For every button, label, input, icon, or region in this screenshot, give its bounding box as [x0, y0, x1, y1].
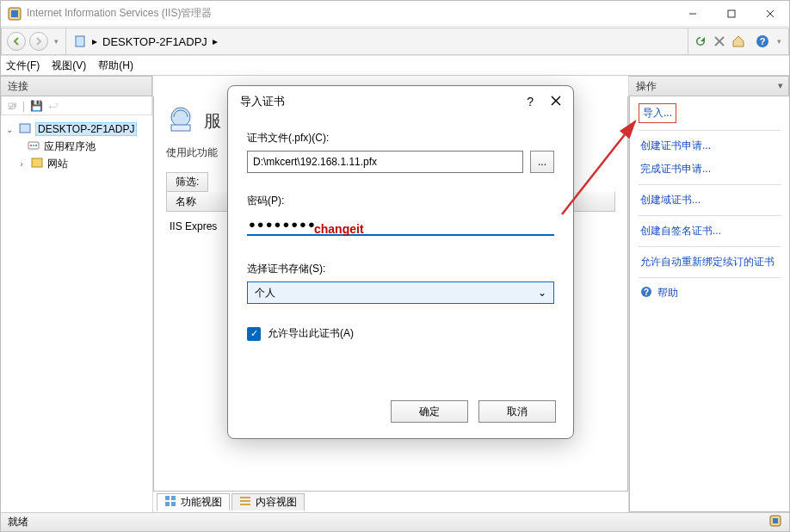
- cert-row-name: IIS Expres: [170, 220, 217, 232]
- breadcrumb-sep2: ▸: [213, 35, 218, 47]
- action-create-selfsigned[interactable]: 创建自签名证书...: [639, 220, 781, 243]
- connections-header: 连接: [1, 76, 152, 96]
- app-icon: [8, 7, 22, 21]
- allow-export-label: 允许导出此证书(A): [268, 326, 354, 341]
- action-help[interactable]: ? 帮助: [639, 281, 781, 305]
- menu-view[interactable]: 视图(V): [52, 59, 86, 73]
- window-titlebar: Internet Information Services (IIS)管理器: [1, 1, 789, 27]
- collapse-icon[interactable]: ⌄: [4, 125, 15, 134]
- svg-rect-21: [165, 502, 170, 506]
- filter-label: 筛选:: [166, 172, 208, 192]
- expand-icon[interactable]: ›: [16, 159, 27, 169]
- nav-forward-button[interactable]: [29, 32, 48, 51]
- store-field-label: 选择证书存储(S):: [247, 262, 554, 276]
- password-annotation: changeit: [314, 222, 364, 236]
- breadcrumb-sep: ▸: [92, 35, 97, 47]
- tree-connect-icon[interactable]: 🖳: [7, 100, 17, 112]
- svg-rect-25: [240, 504, 250, 505]
- page-title: 服: [204, 109, 221, 133]
- tab-features-view[interactable]: 功能视图: [157, 493, 230, 510]
- file-field-label: 证书文件(.pfx)(C):: [247, 131, 554, 145]
- tree-save-icon[interactable]: 💾: [30, 100, 43, 112]
- sites-icon: [30, 156, 44, 172]
- help-icon[interactable]: ?: [754, 33, 771, 50]
- menu-help[interactable]: 帮助(H): [98, 59, 133, 73]
- tree-toolbar: 🖳 | 💾 ⮐: [1, 96, 152, 115]
- browse-button[interactable]: ...: [530, 151, 554, 173]
- svg-point-14: [33, 145, 34, 146]
- menu-file[interactable]: 文件(F): [6, 59, 40, 73]
- actions-label: 操作: [636, 79, 657, 94]
- app-pools-icon: [27, 139, 40, 155]
- tree-app-pools[interactable]: 应用程序池: [4, 138, 149, 155]
- certificate-file-input[interactable]: [247, 151, 523, 173]
- window-title: Internet Information Services (IIS)管理器: [27, 6, 212, 21]
- breadcrumb-host: DESKTOP-2F1ADPJ: [102, 35, 207, 48]
- svg-rect-18: [171, 125, 190, 131]
- tree-sites-label: 网站: [47, 157, 68, 171]
- allow-export-checkbox[interactable]: ✓: [247, 327, 261, 341]
- action-create-domain-cert[interactable]: 创建域证书...: [639, 189, 781, 212]
- store-selected-value: 个人: [255, 286, 275, 300]
- svg-text:?: ?: [644, 288, 649, 297]
- nav-back-button[interactable]: [7, 32, 26, 51]
- password-input[interactable]: [247, 213, 554, 236]
- action-complete-request[interactable]: 完成证书申请...: [639, 158, 781, 181]
- tree-root-label: DESKTOP-2F1ADPJ: [35, 122, 137, 136]
- server-icon: [18, 121, 32, 138]
- content-tab-icon: [239, 495, 251, 510]
- ok-button[interactable]: 确定: [391, 400, 468, 423]
- dialog-title: 导入证书: [240, 94, 285, 109]
- svg-rect-3: [728, 10, 735, 17]
- actions-header: 操作 ▾: [629, 76, 789, 96]
- actions-collapse-icon[interactable]: ▾: [778, 80, 783, 91]
- home-icon[interactable]: [730, 33, 747, 50]
- status-config-icon[interactable]: [768, 514, 782, 530]
- dialog-help-button[interactable]: ?: [527, 95, 534, 108]
- help-circle-icon: ?: [640, 286, 652, 300]
- tree-app-pools-label: 应用程序池: [44, 139, 96, 154]
- certificate-store-select[interactable]: 个人 ⌄: [247, 281, 554, 304]
- tree-up-icon[interactable]: ⮐: [48, 100, 59, 112]
- status-ready: 就绪: [8, 515, 28, 529]
- svg-rect-6: [76, 36, 84, 46]
- tree-sep: |: [22, 100, 25, 112]
- tab-content-label: 内容视图: [256, 495, 297, 510]
- svg-rect-19: [165, 496, 170, 500]
- nav-history-dropdown[interactable]: ▾: [50, 37, 62, 46]
- svg-rect-22: [171, 502, 176, 506]
- svg-rect-1: [11, 10, 18, 17]
- password-field-label: 密码(P):: [247, 194, 554, 208]
- tree-root[interactable]: ⌄ DESKTOP-2F1ADPJ: [4, 121, 149, 138]
- stop-icon[interactable]: [711, 33, 728, 50]
- action-import[interactable]: 导入...: [643, 106, 672, 121]
- svg-text:?: ?: [760, 36, 766, 46]
- chevron-down-icon: ⌄: [538, 287, 546, 299]
- features-tab-icon: [164, 495, 176, 510]
- server-icon: [73, 34, 87, 48]
- dialog-close-button[interactable]: [551, 96, 561, 108]
- cancel-button[interactable]: 取消: [478, 400, 556, 423]
- action-help-label: 帮助: [657, 286, 678, 300]
- certificates-icon: [166, 105, 195, 137]
- window-minimize-button[interactable]: [673, 1, 712, 26]
- window-maximize-button[interactable]: [712, 1, 750, 26]
- svg-rect-11: [20, 124, 30, 133]
- tab-features-label: 功能视图: [181, 495, 222, 510]
- help-dropdown[interactable]: ▾: [773, 37, 785, 46]
- svg-rect-16: [32, 158, 42, 167]
- tab-content-view[interactable]: 内容视图: [231, 493, 305, 510]
- svg-rect-20: [171, 496, 176, 500]
- tree-sites[interactable]: › 网站: [4, 155, 149, 172]
- action-create-request[interactable]: 创建证书申请...: [639, 134, 781, 158]
- menubar: 文件(F) 视图(V) 帮助(H): [1, 55, 789, 76]
- window-close-button[interactable]: [750, 1, 789, 26]
- svg-rect-23: [240, 497, 250, 498]
- svg-rect-29: [773, 518, 778, 523]
- refresh-all-icon[interactable]: [692, 33, 709, 50]
- action-allow-rebind[interactable]: 允许自动重新绑定续订的证书: [639, 251, 781, 274]
- import-certificate-dialog: 导入证书 ? 证书文件(.pfx)(C): ... 密码(P): changei…: [227, 85, 574, 439]
- svg-rect-24: [240, 500, 250, 502]
- breadcrumb[interactable]: ▸ DESKTOP-2F1ADPJ ▸: [66, 28, 688, 55]
- svg-point-13: [30, 145, 32, 146]
